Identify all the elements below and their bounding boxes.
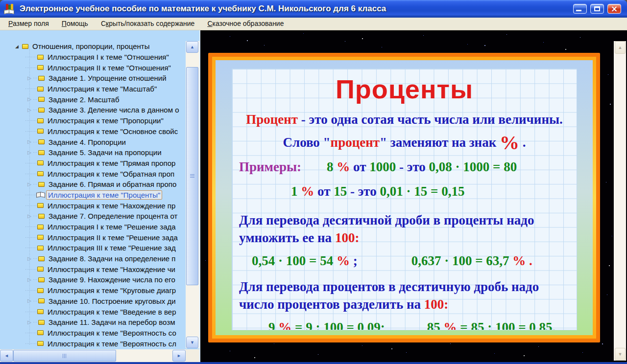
collapsed-twisty-icon[interactable]: ▷ <box>25 182 33 187</box>
collapsed-twisty-icon[interactable]: ▷ <box>25 213 33 219</box>
tree-item-label: Иллюстрация к теме "Нахождение пр <box>46 201 177 210</box>
scroll-up-button[interactable]: ▲ <box>615 41 626 54</box>
tree-item[interactable]: Иллюстрация I к теме "Отношения" <box>0 52 186 63</box>
book-icon <box>37 246 44 250</box>
tree-connector <box>33 142 37 142</box>
text-segment: % <box>440 320 457 330</box>
tree-item[interactable]: Иллюстрация к теме "Проценты" <box>0 190 186 201</box>
collapsed-twisty-icon[interactable]: ▷ <box>25 75 33 81</box>
tree-item[interactable]: ▷Задание 1. Упрощение отношений <box>0 73 186 84</box>
close-button[interactable]: × <box>607 4 621 14</box>
collapsed-twisty-icon[interactable]: ▷ <box>25 96 33 102</box>
scroll-left-button[interactable]: ◄ <box>0 350 13 362</box>
tree-item[interactable]: Иллюстрация к теме "Основное свойс <box>0 126 186 137</box>
tree-horizontal-scrollbar[interactable]: ◄ ► <box>0 349 186 362</box>
scroll-down-button[interactable]: ▼ <box>615 348 626 361</box>
tree-item[interactable]: ▷Задание 11. Задачи на перебор возм <box>0 317 186 328</box>
tree-item[interactable]: ◢Отношения, пропорции, проценты <box>0 41 186 52</box>
scrollbar-thumb[interactable] <box>186 67 198 285</box>
title-bar[interactable]: Электронное учебное пособие по математик… <box>0 0 627 18</box>
tree-item[interactable]: Иллюстрация к теме "Масштаб" <box>0 84 186 94</box>
percent-poster: ПроцентыПроцент - это одна сотая часть ч… <box>208 53 600 342</box>
tree-item[interactable]: ▷Задание 7. Определение процента от <box>0 211 186 222</box>
tree-item[interactable]: Иллюстрация II к теме "Решение зада <box>0 232 186 243</box>
text-segment: % <box>298 184 314 199</box>
tree-item[interactable]: ▷Задание 8. Задачи на определение п <box>0 253 186 264</box>
text-segment: Процент <box>246 112 298 127</box>
menu-item-2[interactable]: Помощь <box>55 18 95 30</box>
tree-item-label: Задание 8. Задачи на определение п <box>47 254 177 263</box>
tree-item[interactable]: ▷Задание 5. Задачи на пропорции <box>0 147 186 158</box>
tree-connector <box>25 89 36 89</box>
tree-connector <box>25 174 36 174</box>
tree-item[interactable]: Иллюстрация к теме "Прямая пропор <box>0 158 186 169</box>
poster-line: Процент - это одна сотая часть числа или… <box>238 111 571 128</box>
text-segment: ; <box>350 253 358 268</box>
collapsed-twisty-icon[interactable]: ▷ <box>25 256 33 262</box>
text-segment: = 85 : 100 = 0,85. <box>457 320 556 330</box>
tree-item[interactable]: Иллюстрация II к теме "Отношения" <box>0 62 186 73</box>
collapsed-twisty-icon[interactable]: ▷ <box>25 150 33 156</box>
collapsed-twisty-icon[interactable]: ▷ <box>25 298 33 304</box>
scroll-down-button[interactable]: ▼ <box>186 337 198 348</box>
expanded-twisty-icon[interactable]: ◢ <box>15 44 21 49</box>
text-segment: от <box>350 159 369 174</box>
tree-item[interactable]: ▷Задание 4. Пропорции <box>0 136 186 147</box>
text-segment: " заменяют на знак <box>380 135 500 150</box>
scrollbar-thumb[interactable] <box>13 350 116 362</box>
thumb-grip-icon <box>190 174 194 179</box>
tree-item-label: Иллюстрация III к теме "Решение зад <box>46 243 177 252</box>
poster-title: Проценты <box>238 74 571 104</box>
tree-connector <box>25 195 36 195</box>
tree-item[interactable]: Иллюстрация к теме "Введение в вер <box>0 306 186 317</box>
tree-item[interactable]: ▷Задание 6. Прямая и обратная пропо <box>0 179 186 190</box>
collapsed-twisty-icon[interactable]: ▷ <box>25 139 33 145</box>
tree-item-label: Отношения, пропорции, проценты <box>31 42 151 51</box>
menu-item-4[interactable]: Сказочное образование <box>201 18 290 30</box>
scroll-right-button[interactable]: ► <box>172 350 186 362</box>
tree-item[interactable]: Иллюстрация к теме "Нахождение чи <box>0 264 186 274</box>
menu-item-1[interactable]: Размер поля <box>2 18 55 30</box>
text-segment: % <box>333 253 350 268</box>
tree-connector <box>33 322 37 322</box>
open-book-icon <box>36 192 44 198</box>
tree-connector <box>25 163 36 163</box>
contents-tree-panel: ◢Отношения, пропорции, процентыИллюстрац… <box>0 30 200 362</box>
book-icon <box>38 256 45 261</box>
tree-item-label: Иллюстрация к теме "Введение в вер <box>46 307 177 317</box>
content-vertical-scrollbar[interactable]: ▲ ▼ <box>614 41 626 361</box>
tree-item[interactable]: Иллюстрация к теме "Нахождение пр <box>0 200 186 211</box>
tree-item[interactable]: Иллюстрация к теме "Вероятность со <box>0 328 186 339</box>
tree-item[interactable]: ▷Задание 3. Деление числа в данном о <box>0 105 186 115</box>
collapsed-twisty-icon[interactable]: ▷ <box>25 107 33 113</box>
app-icon <box>4 3 16 14</box>
tree-item[interactable]: Иллюстрация к теме "Вероятность сл <box>0 338 186 348</box>
tree-vertical-scrollbar[interactable]: ▲ ▼ <box>186 41 199 348</box>
tree-item[interactable]: Иллюстрация к теме "Пропорции" <box>0 115 186 126</box>
poster-line: Для перевода десятичной дроби в проценты… <box>238 211 571 229</box>
menu-item-3[interactable]: Скрыть/показать содержание <box>95 18 201 30</box>
poster-paper: ПроцентыПроцент - это одна сотая часть ч… <box>232 68 577 330</box>
tree-item[interactable]: ▷Задание 10. Построение круговых ди <box>0 296 186 307</box>
tree-item[interactable]: Иллюстрация к теме "Обратная проп <box>0 168 186 179</box>
tree-item[interactable]: ▷Задание 9. Нахождение числа по его <box>0 274 186 285</box>
tree-item[interactable]: Иллюстрация к теме "Круговые диагр <box>0 285 186 296</box>
book-icon <box>37 341 44 346</box>
tree-item-label: Иллюстрация к теме "Вероятность сл <box>46 339 178 348</box>
tree-connector <box>25 248 36 248</box>
book-icon <box>37 129 44 134</box>
minimize-button[interactable] <box>573 4 587 14</box>
tree-item-label: Иллюстрация I к теме "Отношения" <box>46 52 170 62</box>
book-icon <box>38 76 45 81</box>
maximize-button[interactable] <box>590 4 604 14</box>
tree-connector <box>25 333 36 333</box>
collapsed-twisty-icon[interactable]: ▷ <box>25 277 33 283</box>
menu-bar: Размер поляПомощьСкрыть/показать содержа… <box>0 18 627 30</box>
tree-item[interactable]: Иллюстрация III к теме "Решение зад <box>0 243 186 253</box>
tree-item[interactable]: ▷Задание 2. Масштаб <box>0 94 186 105</box>
tree-connector <box>25 237 36 238</box>
collapsed-twisty-icon[interactable]: ▷ <box>25 319 33 325</box>
tree-item[interactable]: Иллюстрация I к теме "Решение зада <box>0 222 186 232</box>
poster-line: 9 % = 9 : 100 = 0,09;85 % = 85 : 100 = 0… <box>238 319 571 330</box>
scroll-up-button[interactable]: ▲ <box>186 41 198 53</box>
